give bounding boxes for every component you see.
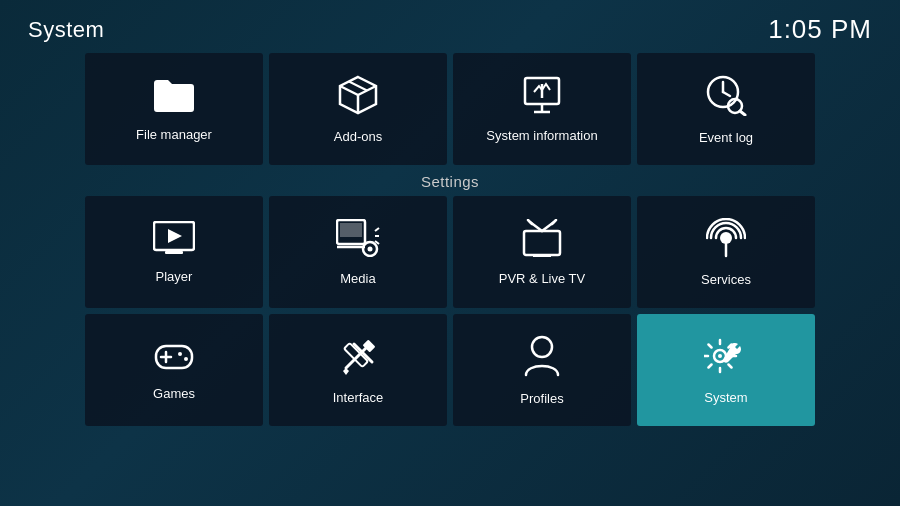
tile-file-manager[interactable]: File manager (85, 53, 263, 165)
play-screen-icon (153, 221, 195, 261)
svg-point-45 (532, 337, 552, 357)
person-icon (524, 335, 560, 383)
tile-services[interactable]: Services (637, 196, 815, 308)
tile-player-label: Player (156, 269, 193, 284)
gear-wrench-icon (704, 336, 748, 382)
tile-pvr-live-tv-label: PVR & Live TV (499, 271, 585, 286)
tile-interface[interactable]: Interface (269, 314, 447, 426)
media-icon (336, 219, 380, 263)
tile-games-label: Games (153, 386, 195, 401)
svg-rect-18 (340, 223, 362, 237)
tile-system-label: System (704, 390, 747, 405)
top-row: File manager Add-ons System information (0, 53, 900, 165)
tile-profiles-label: Profiles (520, 391, 563, 406)
header: System 1:05 PM (0, 0, 900, 53)
clock-search-icon (705, 74, 747, 122)
tile-system-information-label: System information (486, 128, 597, 143)
svg-line-1 (340, 86, 358, 95)
settings-label: Settings (421, 173, 479, 190)
settings-section: Settings Player (0, 173, 900, 432)
tile-event-log-label: Event log (699, 130, 753, 145)
tile-games[interactable]: Games (85, 314, 263, 426)
svg-line-4 (349, 81, 367, 90)
tile-system-information[interactable]: System information (453, 53, 631, 165)
tile-file-manager-label: File manager (136, 127, 212, 142)
settings-row-2: Games Interface Profiles (85, 314, 815, 426)
tile-services-label: Services (701, 272, 751, 287)
svg-rect-25 (524, 231, 560, 255)
page-title: System (28, 17, 104, 43)
folder-icon (152, 77, 196, 119)
svg-line-11 (723, 92, 730, 96)
svg-line-31 (528, 220, 532, 224)
tile-system[interactable]: System (637, 314, 815, 426)
tile-media[interactable]: Media (269, 196, 447, 308)
gamepad-icon (152, 340, 196, 378)
svg-line-22 (375, 228, 379, 231)
svg-line-32 (552, 220, 556, 224)
pencil-ruler-icon (338, 336, 378, 382)
presentation-icon (521, 76, 563, 120)
tv-antenna-icon (520, 219, 564, 263)
svg-point-38 (178, 352, 182, 356)
svg-marker-15 (168, 229, 182, 243)
svg-point-21 (368, 246, 373, 251)
tile-interface-label: Interface (333, 390, 384, 405)
box-icon (338, 75, 378, 121)
tile-event-log[interactable]: Event log (637, 53, 815, 165)
svg-line-13 (740, 111, 745, 115)
tile-add-ons-label: Add-ons (334, 129, 382, 144)
svg-point-39 (184, 357, 188, 361)
clock: 1:05 PM (768, 14, 872, 45)
svg-rect-16 (165, 251, 183, 254)
podcast-icon (706, 218, 746, 264)
svg-marker-42 (343, 368, 349, 375)
tile-player[interactable]: Player (85, 196, 263, 308)
tile-profiles[interactable]: Profiles (453, 314, 631, 426)
svg-point-33 (720, 232, 732, 244)
tile-media-label: Media (340, 271, 375, 286)
svg-point-47 (718, 354, 722, 358)
settings-row-1: Player Media (85, 196, 815, 308)
tile-pvr-live-tv[interactable]: PVR & Live TV (453, 196, 631, 308)
tile-add-ons[interactable]: Add-ons (269, 53, 447, 165)
